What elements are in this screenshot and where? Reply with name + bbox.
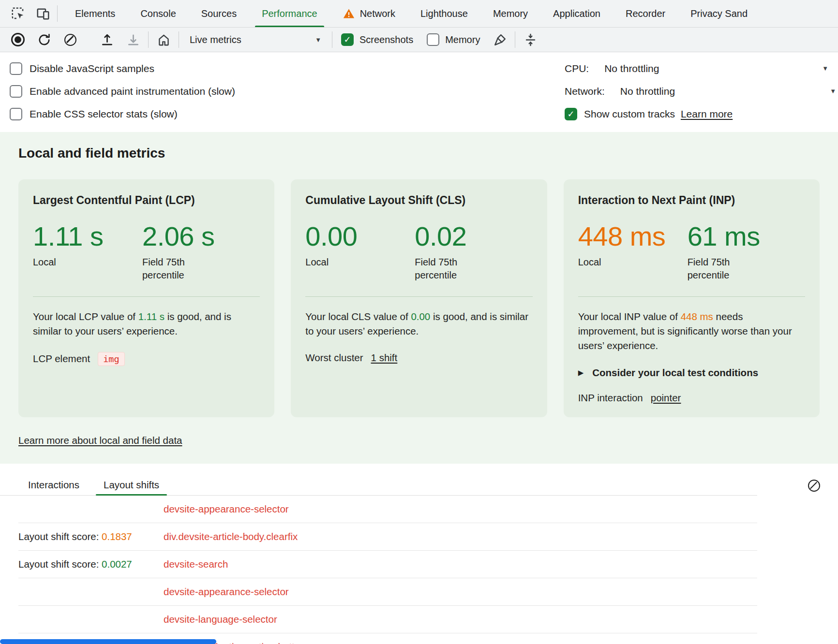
local-test-conditions-expander[interactable]: ▶ Consider your local test conditions <box>578 367 805 379</box>
capture-settings-left: Disable JavaScript samples Enable advanc… <box>10 57 235 125</box>
tab-interactions[interactable]: Interactions <box>28 474 79 495</box>
log-tabs: Interactions Layout shifts <box>0 474 757 496</box>
clear-log-button[interactable] <box>804 477 823 494</box>
score-value: 0.0027 <box>102 558 132 570</box>
element-link[interactable]: devsite-appearance-selector <box>164 586 289 597</box>
inp-field-block: 61 ms Field 75th percentile <box>688 222 797 282</box>
capture-settings-toggle-button[interactable] <box>519 29 541 50</box>
element-cell: div.devsite-article-body.clearfix <box>164 531 298 542</box>
checkbox-unchecked-icon <box>10 62 22 75</box>
tab-sources[interactable]: Sources <box>189 0 249 27</box>
load-profile-button[interactable] <box>96 29 118 50</box>
checkbox-checked-icon[interactable] <box>565 108 577 120</box>
cls-card-title: Cumulative Layout Shift (CLS) <box>305 194 532 207</box>
desc-text: Your local LCP value of <box>33 311 138 322</box>
inp-values: 448 ms Local 61 ms Field 75th percentile <box>578 222 805 282</box>
element-link[interactable]: devsite-appearance-selector <box>164 503 289 514</box>
home-button[interactable] <box>152 29 175 50</box>
score-cell: Layout shift score: 0.0027 <box>18 558 164 570</box>
lcp-card-title: Largest Contentful Paint (LCP) <box>33 194 260 207</box>
tab-layout-shifts[interactable]: Layout shifts <box>104 474 159 495</box>
cls-field-value: 0.02 <box>415 222 516 250</box>
tab-label: Layout shifts <box>104 479 159 491</box>
tab-label: Sources <box>201 8 237 19</box>
element-link[interactable]: devsite-search <box>164 558 228 570</box>
tabbar-tools <box>0 0 62 27</box>
cls-field-block: 0.02 Field 75th percentile <box>415 222 524 282</box>
device-toolbar-button[interactable] <box>32 3 54 24</box>
layout-shift-row[interactable]: Layout shift score: 0.1837 div.devsite-a… <box>18 523 757 551</box>
cpu-throttling-select[interactable]: No throttling <box>604 63 659 74</box>
memory-checkbox[interactable]: Memory <box>422 33 485 46</box>
lcp-element-node-link[interactable]: img <box>98 352 124 366</box>
element-cell: devsite-appearance-selector <box>164 586 289 598</box>
desc-text: Your local CLS value of <box>305 311 411 322</box>
memory-label: Memory <box>445 34 480 45</box>
capture-settings-right: CPU: No throttling ▼ Network: No throttl… <box>565 57 828 125</box>
tab-lighthouse[interactable]: Lighthouse <box>408 0 480 27</box>
inp-interaction-row: INP interaction pointer <box>578 392 805 404</box>
capture-settings-panel: Disable JavaScript samples Enable advanc… <box>0 52 838 132</box>
element-link[interactable]: div.devsite-article-body.clearfix <box>164 531 298 542</box>
screenshots-label: Screenshots <box>359 34 413 45</box>
layout-shift-row[interactable]: devsite-appearance-selector <box>18 496 757 523</box>
cls-values: 0.00 Local 0.02 Field 75th percentile <box>305 222 532 282</box>
element-link[interactable]: devsite-language-selector <box>164 614 277 625</box>
network-throttling-select[interactable]: No throttling <box>620 86 675 97</box>
cls-local-block: 0.00 Local <box>305 222 415 282</box>
arrows-to-line-icon <box>524 33 538 47</box>
css-selector-stats-checkbox[interactable]: Enable CSS selector stats (slow) <box>10 102 235 125</box>
tab-privacy-sandbox[interactable]: Privacy Sand <box>678 0 760 27</box>
lcp-local-label: Local <box>33 256 97 269</box>
divider <box>179 31 179 48</box>
record-button[interactable] <box>7 29 29 50</box>
worst-cluster-link[interactable]: 1 shift <box>371 352 398 364</box>
lcp-description: Your local LCP value of 1.11 s is good, … <box>33 309 260 338</box>
checkbox-checked-icon <box>341 33 354 46</box>
tab-label: Elements <box>75 8 115 19</box>
screenshots-checkbox[interactable]: Screenshots <box>336 33 418 46</box>
tab-console[interactable]: Console <box>128 0 188 27</box>
home-icon <box>157 33 171 47</box>
checkbox-unchecked-icon <box>10 108 22 120</box>
element-cell: devsite-appearance-selector <box>164 503 289 515</box>
record-and-reload-button[interactable] <box>33 29 55 50</box>
checkbox-label: Enable advanced paint instrumentation (s… <box>30 86 235 97</box>
inp-local-value: 448 ms <box>578 222 680 250</box>
learn-more-link[interactable]: Learn more <box>681 108 733 120</box>
layout-shift-row[interactable]: Layout shift score: 0.0027 devsite-searc… <box>18 551 757 578</box>
lcp-element-label: LCP element <box>33 353 90 365</box>
tab-elements[interactable]: Elements <box>62 0 128 27</box>
learn-more-field-data-link[interactable]: Learn more about local and field data <box>18 435 182 446</box>
inp-local-block: 448 ms Local <box>578 222 688 282</box>
clear-recording-button[interactable] <box>59 29 81 50</box>
tab-recorder[interactable]: Recorder <box>613 0 678 27</box>
live-metrics-select[interactable]: Live metrics ▼ <box>183 30 328 49</box>
inp-field-value: 61 ms <box>688 222 789 250</box>
inp-card-title: Interaction to Next Paint (INP) <box>578 194 805 207</box>
download-icon <box>126 33 140 47</box>
tab-label: Privacy Sand <box>690 8 748 19</box>
tab-memory[interactable]: Memory <box>480 0 540 27</box>
cls-worst-cluster-row: Worst cluster 1 shift <box>305 352 532 364</box>
lcp-field-block: 2.06 s Field 75th percentile <box>142 222 252 282</box>
custom-tracks-label: Show custom tracks <box>584 108 675 120</box>
layout-shift-row[interactable]: devsite-appearance-selector <box>18 578 757 606</box>
record-icon <box>11 33 25 46</box>
disable-js-samples-checkbox[interactable]: Disable JavaScript samples <box>10 57 235 80</box>
divider <box>332 31 332 48</box>
inp-interaction-link[interactable]: pointer <box>651 392 681 404</box>
advanced-paint-checkbox[interactable]: Enable advanced paint instrumentation (s… <box>10 80 235 102</box>
inspect-element-button[interactable] <box>7 3 29 24</box>
tab-performance[interactable]: Performance <box>249 0 330 27</box>
panel-tabs: Elements Console Sources Performance Net… <box>62 0 760 27</box>
save-profile-button[interactable] <box>122 29 144 50</box>
tab-application[interactable]: Application <box>540 0 613 27</box>
tab-network[interactable]: Network <box>330 0 408 27</box>
checkbox-unchecked-icon <box>427 33 439 46</box>
horizontal-scrollbar-thumb[interactable] <box>0 639 216 644</box>
checkbox-unchecked-icon <box>10 85 22 98</box>
layout-shift-row[interactable]: devsite-language-selector <box>18 606 757 633</box>
collect-garbage-button[interactable] <box>489 29 511 50</box>
lcp-card: Largest Contentful Paint (LCP) 1.11 s Lo… <box>18 179 274 417</box>
